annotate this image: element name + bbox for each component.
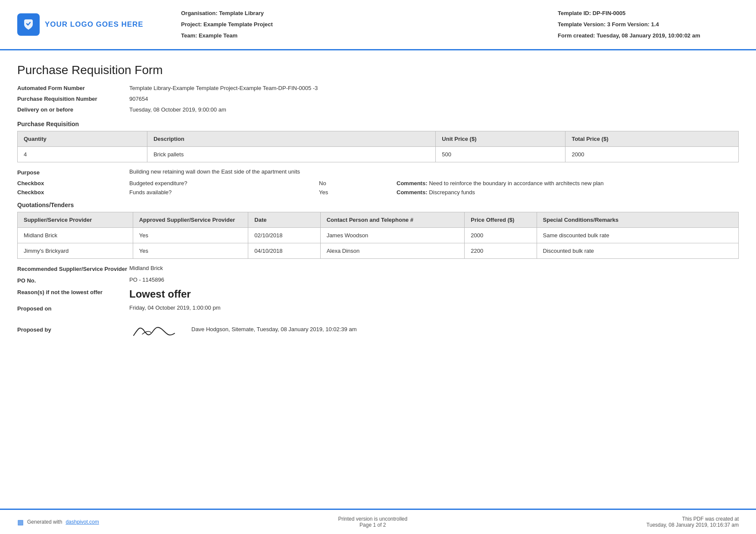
proposed-by-label: Proposed by	[17, 326, 129, 333]
signature-image	[129, 316, 181, 342]
footer-link[interactable]: dashpivot.com	[66, 519, 99, 525]
qt-date-2: 04/10/2018	[248, 243, 320, 259]
team-value: Example Team	[199, 32, 237, 39]
proposed-on-value: Friday, 04 October 2019, 1:00:00 pm	[129, 304, 221, 311]
automated-form-number-row: Automated Form Number Template Library-E…	[17, 85, 739, 91]
form-created-label: Form created:	[558, 32, 595, 39]
footer-generated-text: Generated with	[27, 519, 62, 525]
proposed-by-row: Proposed by Dave Hodgson, Sitemate, Tues…	[17, 316, 739, 342]
checkbox2-comments-label: Comments:	[397, 189, 428, 196]
header: YOUR LOGO GOES HERE Organisation: Templa…	[0, 0, 756, 50]
template-id-label: Template ID:	[558, 10, 591, 16]
qt-col-contact: Contact Person and Telephone #	[320, 212, 465, 228]
template-version-line: Template Version: 3 Form Version: 1.4	[558, 19, 739, 30]
project-label: Project:	[181, 21, 202, 28]
checkbox2-comments-value: Discrepancy funds	[429, 189, 475, 196]
org-value: Template Library	[219, 10, 264, 16]
header-right: Template ID: DP-FIN-0005 Template Versio…	[558, 8, 739, 41]
automated-form-number-label: Automated Form Number	[17, 85, 129, 91]
footer-printed-text: Printed version is uncontrolled	[338, 516, 407, 522]
purchase-requisition-title: Purchase Requisition	[17, 121, 739, 127]
footer-right: This PDF was created at Tuesday, 08 Janu…	[647, 516, 739, 528]
recommended-value: Midland Brick	[129, 265, 163, 271]
team-label: Team:	[181, 32, 197, 39]
qt-approved-2: Yes	[133, 243, 248, 259]
template-id-value: DP-FIN-0005	[593, 10, 626, 16]
purchase-req-number-value: 907654	[129, 96, 148, 102]
qt-col-date: Date	[248, 212, 320, 228]
table-row: Jimmy's Brickyard Yes 04/10/2018 Alexa D…	[18, 243, 739, 259]
header-center: Organisation: Template Library Project: …	[155, 8, 558, 41]
table-row: 4 Brick pallets 500 2000	[18, 147, 739, 162]
checkbox1-question: Budgeted expenditure?	[129, 180, 319, 186]
qt-col-approved: Approved Supplier/Service Provider	[133, 212, 248, 228]
form-created-line: Form created: Tuesday, 08 January 2019, …	[558, 30, 739, 41]
template-id-line: Template ID: DP-FIN-0005	[558, 8, 739, 19]
purchase-req-number-row: Purchase Requisition Number 907654	[17, 96, 739, 102]
pr-col-total-price: Total Price ($)	[565, 131, 739, 147]
org-label: Organisation:	[181, 10, 218, 16]
pr-description: Brick pallets	[147, 147, 436, 162]
automated-form-number-value: Template Library-Example Template Projec…	[129, 85, 318, 91]
template-version-value: 3	[607, 21, 610, 28]
footer-right-text: This PDF was created at	[647, 516, 739, 522]
pr-quantity: 4	[18, 147, 147, 162]
footer-center: Printed version is uncontrolled Page 1 o…	[338, 516, 407, 528]
purchase-req-number-label: Purchase Requisition Number	[17, 96, 129, 102]
reason-row: Reason(s) if not the lowest offer Lowest…	[17, 288, 739, 300]
delivery-row: Delivery on or before Tuesday, 08 Octobe…	[17, 106, 739, 113]
pr-col-quantity: Quantity	[18, 131, 147, 147]
qt-col-remarks: Special Conditions/Remarks	[537, 212, 738, 228]
checkbox2-question: Funds available?	[129, 189, 319, 196]
delivery-label: Delivery on or before	[17, 106, 129, 113]
footer-page-text: Page 1 of 2	[338, 522, 407, 528]
qt-contact-2: Alexa Dinson	[320, 243, 465, 259]
quotations-title: Quotations/Tenders	[17, 202, 739, 208]
qt-price-1: 2000	[465, 228, 537, 243]
project-line: Project: Example Template Project	[181, 19, 558, 30]
footer: ▩ Generated with dashpivot.com Printed v…	[0, 509, 756, 534]
signature-area: Dave Hodgson, Sitemate, Tuesday, 08 Janu…	[129, 316, 357, 342]
purpose-row: Purpose Building new retaining wall down…	[17, 168, 739, 176]
reason-label: Reason(s) if not the lowest offer	[17, 288, 129, 295]
project-value: Example Template Project	[203, 21, 273, 28]
purpose-value: Building new retaining wall down the Eas…	[129, 168, 739, 175]
proposed-on-label: Proposed on	[17, 304, 129, 312]
pr-col-unit-price: Unit Price ($)	[436, 131, 565, 147]
pr-unit-price: 500	[436, 147, 565, 162]
org-line: Organisation: Template Library	[181, 8, 558, 19]
delivery-value: Tuesday, 08 October 2019, 9:00:00 am	[129, 106, 226, 113]
qt-supplier-1: Midland Brick	[18, 228, 133, 243]
checkbox1-answer: No	[319, 180, 397, 186]
proposed-by-value: Dave Hodgson, Sitemate, Tuesday, 08 Janu…	[191, 326, 357, 332]
checkbox1-label: Checkbox	[17, 180, 129, 186]
po-label: PO No.	[17, 276, 129, 284]
footer-right-date: Tuesday, 08 January 2019, 10:16:37 am	[647, 522, 739, 528]
checkbox2-comments: Comments: Discrepancy funds	[397, 189, 739, 196]
qt-supplier-2: Jimmy's Brickyard	[18, 243, 133, 259]
recommended-row: Recommended Supplier/Service Provider Mi…	[17, 265, 739, 272]
checkbox1-row: Checkbox Budgeted expenditure? No Commen…	[17, 180, 739, 186]
qt-col-supplier: Supplier/Service Provider	[18, 212, 133, 228]
main-content: Purchase Requisition Form Automated Form…	[0, 50, 756, 509]
recommended-label: Recommended Supplier/Service Provider	[17, 265, 129, 272]
qt-approved-1: Yes	[133, 228, 248, 243]
qt-contact-1: James Woodson	[320, 228, 465, 243]
logo-icon	[17, 13, 40, 36]
footer-left: ▩ Generated with dashpivot.com	[17, 518, 99, 526]
page: YOUR LOGO GOES HERE Organisation: Templa…	[0, 0, 756, 534]
form-title: Purchase Requisition Form	[17, 63, 739, 77]
form-version-label: Form Version:	[612, 21, 650, 28]
qt-remarks-2: Discounted bulk rate	[537, 243, 738, 259]
checkbox2-label: Checkbox	[17, 189, 129, 196]
checkbox2-answer: Yes	[319, 189, 397, 196]
po-row: PO No. PO - 1145896	[17, 276, 739, 284]
logo-area: YOUR LOGO GOES HERE	[17, 13, 155, 36]
template-version-label: Template Version:	[558, 21, 606, 28]
reason-value: Lowest offer	[129, 288, 191, 300]
pr-col-description: Description	[147, 131, 436, 147]
qt-col-price: Price Offered ($)	[465, 212, 537, 228]
team-line: Team: Example Team	[181, 30, 558, 41]
purchase-requisition-table: Quantity Description Unit Price ($) Tota…	[17, 131, 739, 162]
form-created-value: Tuesday, 08 January 2019, 10:00:02 am	[597, 32, 700, 39]
